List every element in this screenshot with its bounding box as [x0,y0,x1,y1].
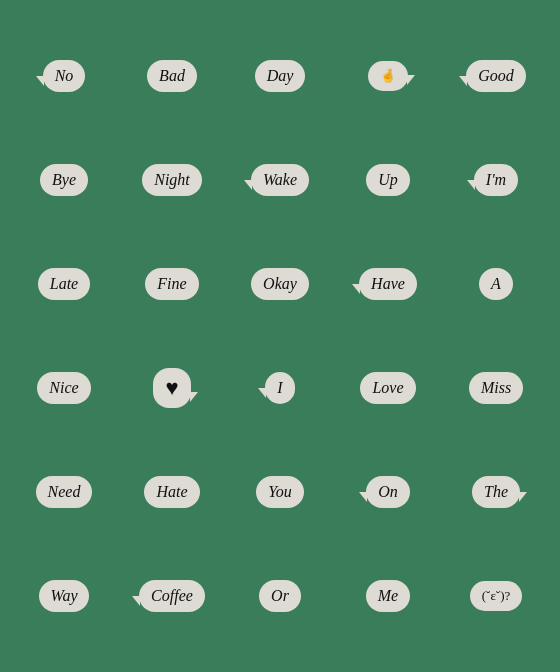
word-sticker: The [472,476,520,508]
word-sticker: Day [255,60,306,92]
word-sticker: Need [36,476,93,508]
emoji-sticker: (˘ε˘)? [482,588,511,604]
sticker-cell[interactable]: The [446,442,546,542]
word-sticker: Up [366,164,410,196]
sticker-cell[interactable]: Need [14,442,114,542]
sticker-cell[interactable]: Up [338,130,438,230]
sticker-cell[interactable]: On [338,442,438,542]
word-sticker: Good [466,60,526,92]
sticker-grid: NoBadDay🤞GoodByeNightWakeUpI'mLateFineOk… [4,16,556,656]
sticker-cell[interactable]: Fine [122,234,222,334]
word-sticker: Late [38,268,90,300]
word-sticker: No [43,60,86,92]
sticker-cell[interactable]: Nice [14,338,114,438]
word-sticker: Have [359,268,417,300]
sticker-cell[interactable]: Way [14,546,114,646]
sticker-cell[interactable]: No [14,26,114,126]
word-sticker: Bad [147,60,197,92]
sticker-cell[interactable]: Or [230,546,330,646]
sticker-cell[interactable]: You [230,442,330,542]
word-sticker: Bye [40,164,88,196]
word-sticker: Night [142,164,202,196]
sticker-cell[interactable]: Night [122,130,222,230]
word-sticker: On [366,476,410,508]
sticker-cell[interactable]: Love [338,338,438,438]
word-sticker: Fine [145,268,198,300]
sticker-cell[interactable]: Miss [446,338,546,438]
word-sticker: Me [366,580,410,612]
emoji-sticker: 🤞 [380,68,396,84]
sticker-cell[interactable]: Hate [122,442,222,542]
sticker-cell[interactable]: I [230,338,330,438]
sticker-cell[interactable]: 🤞 [338,26,438,126]
sticker-cell[interactable]: Bad [122,26,222,126]
word-sticker: Hate [144,476,199,508]
word-sticker: Miss [469,372,523,404]
sticker-cell[interactable]: Bye [14,130,114,230]
word-sticker: Nice [37,372,90,404]
word-sticker: Way [39,580,90,612]
sticker-cell[interactable]: (˘ε˘)? [446,546,546,646]
word-sticker: Coffee [139,580,205,612]
sticker-cell[interactable]: Day [230,26,330,126]
word-sticker: Or [259,580,301,612]
sticker-cell[interactable]: Me [338,546,438,646]
sticker-cell[interactable]: Good [446,26,546,126]
word-sticker: I [265,372,294,404]
sticker-cell[interactable]: Okay [230,234,330,334]
word-sticker: Okay [251,268,309,300]
word-sticker: A [479,268,513,300]
heart-sticker: ♥ [153,368,190,408]
sticker-cell[interactable]: Coffee [122,546,222,646]
word-sticker: You [256,476,303,508]
word-sticker: Wake [251,164,309,196]
sticker-cell[interactable]: ♥ [122,338,222,438]
sticker-cell[interactable]: A [446,234,546,334]
word-sticker: Love [360,372,415,404]
sticker-cell[interactable]: Have [338,234,438,334]
sticker-cell[interactable]: I'm [446,130,546,230]
sticker-cell[interactable]: Late [14,234,114,334]
word-sticker: I'm [474,164,518,196]
sticker-cell[interactable]: Wake [230,130,330,230]
